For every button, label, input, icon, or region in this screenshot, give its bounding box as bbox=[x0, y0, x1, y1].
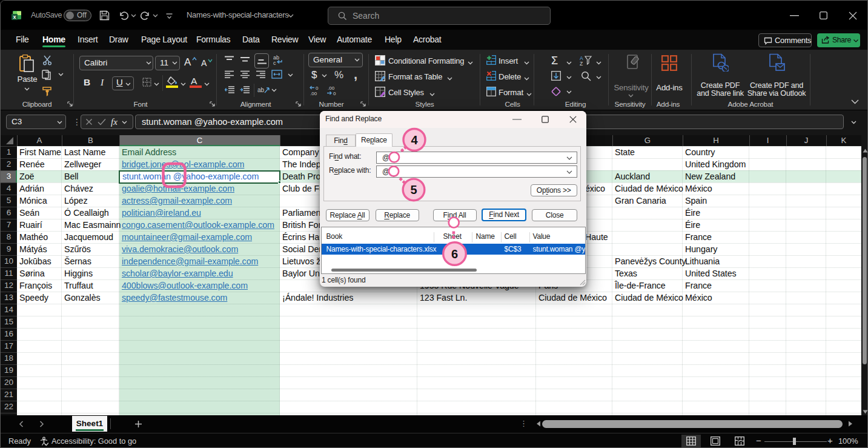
svg-text:.00: .00 bbox=[310, 91, 317, 96]
svg-text:c: c bbox=[273, 60, 276, 65]
svg-text:0: 0 bbox=[333, 91, 336, 96]
svg-text:.00: .00 bbox=[328, 85, 335, 91]
svg-text:ab: ab bbox=[257, 87, 265, 93]
svg-text:x: x bbox=[13, 14, 16, 20]
svg-text:0: 0 bbox=[316, 85, 319, 91]
svg-text:Z: Z bbox=[580, 61, 583, 65]
